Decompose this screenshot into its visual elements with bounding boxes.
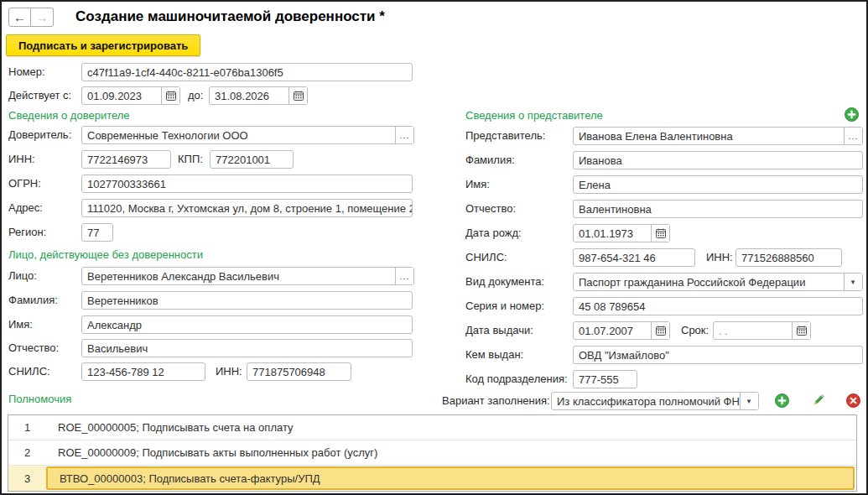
principal-address-input[interactable]: 111020, Москва г, Ухтомская ул, дом 8, с… [81, 199, 413, 217]
rep-issue-date-input[interactable]: 01.07.2007 [573, 321, 670, 340]
rep-middlename-input[interactable]: Валентиновна [573, 200, 863, 218]
signer-snils-input[interactable]: 123-456-789 12 [81, 362, 205, 381]
history-nav: ← → [8, 8, 54, 27]
rep-birthdate-value: 01.01.1973 [574, 225, 651, 242]
calendar-button[interactable] [792, 322, 810, 339]
principal-section-title: Сведения о доверителе [8, 109, 130, 122]
calendar-button[interactable] [288, 87, 307, 104]
rep-middlename-value: Валентиновна [574, 201, 862, 217]
sign-and-register-button[interactable]: Подписать и зарегистрировать [6, 34, 200, 56]
dropdown-button[interactable]: ▾ [740, 393, 758, 409]
power-row-number: 2 [8, 440, 46, 465]
signer-inn-label: ИНН: [216, 362, 242, 381]
representative-label: Представитель: [465, 127, 545, 145]
ellipsis-icon: ... [848, 131, 858, 141]
page-title: Создание машиночитаемой доверенности * [75, 8, 385, 25]
add-power-button[interactable] [775, 393, 789, 408]
signer-person-value: Веретенников Александр Васильевич [82, 268, 395, 284]
number-value: c47f11a9-1cf4-440c-8211-e076ba1306f5 [82, 64, 412, 81]
calendar-button[interactable] [651, 225, 669, 242]
principal-inn-label: ИНН: [8, 150, 35, 169]
signer-inn-input[interactable]: 771875706948 [247, 362, 351, 381]
rep-series-value: 45 08 789654 [574, 298, 862, 315]
calendar-button[interactable] [161, 87, 179, 104]
pencil-icon [811, 393, 825, 408]
choose-button[interactable]: ... [395, 268, 413, 284]
power-row-selected[interactable]: 3 ВТВО_00000003; Подписывать счета-факту… [8, 466, 856, 491]
rep-doc-kind-select[interactable]: Паспорт гражданина Российской Федерации … [573, 273, 863, 291]
principal-region-input[interactable]: 77 [81, 223, 113, 242]
principal-ogrn-label: ОГРН: [8, 175, 41, 193]
rep-issued-by-label: Кем выдан: [465, 346, 523, 364]
delete-x-icon [846, 393, 860, 408]
rep-term-input[interactable]: . . [713, 321, 811, 340]
choose-button[interactable]: ... [844, 128, 862, 144]
fill-variant-label: Вариант заполнения: [442, 392, 550, 410]
calendar-icon [294, 91, 304, 101]
valid-from-value: 01.09.2023 [82, 87, 161, 104]
signer-firstname-value: Александр [82, 316, 412, 333]
rep-birthdate-input[interactable]: 01.01.1973 [573, 224, 670, 242]
rep-snils-input[interactable]: 987-654-321 46 [573, 248, 695, 267]
signer-snils-label: СНИЛС: [8, 362, 50, 381]
principal-kpp-label: КПП: [178, 150, 203, 169]
dropdown-button[interactable]: ▾ [844, 274, 862, 290]
signer-firstname-input[interactable]: Александр [81, 315, 413, 334]
mchd-create-window: ← → Создание машиночитаемой доверенности… [0, 0, 868, 495]
rep-dept-code-input[interactable]: 777-555 [573, 370, 637, 388]
signer-lastname-input[interactable]: Веретенников [81, 291, 413, 310]
principal-input[interactable]: Современные Технологии ООО ... [81, 126, 414, 144]
signer-inn-value: 771875706948 [247, 363, 351, 380]
power-row-number: 3 [8, 466, 46, 491]
rep-lastname-label: Фамилия: [465, 151, 515, 169]
principal-ogrn-input[interactable]: 1027700333661 [81, 175, 413, 193]
rep-firstname-value: Елена [574, 176, 862, 193]
calendar-icon [656, 228, 666, 238]
forward-button[interactable]: → [31, 8, 54, 27]
calendar-button[interactable] [651, 322, 669, 339]
rep-series-label: Серия и номер: [465, 297, 544, 315]
signer-person-input[interactable]: Веретенников Александр Васильевич ... [81, 267, 414, 285]
rep-inn-value: 771526888560 [736, 249, 841, 266]
calendar-icon [797, 326, 807, 336]
add-representative-button[interactable] [845, 107, 859, 122]
rep-issue-date-value: 01.07.2007 [574, 322, 651, 339]
power-row[interactable]: 2 ROE_00000009; Подписывать акты выполне… [8, 440, 856, 466]
choose-button[interactable]: ... [395, 127, 413, 143]
valid-from-input[interactable]: 01.09.2023 [81, 86, 180, 105]
calendar-icon [166, 91, 176, 101]
valid-to-input[interactable]: 31.08.2026 [209, 86, 308, 105]
fill-variant-select[interactable]: Из классификатора полномочий ФНС ▾ [551, 392, 759, 410]
signer-middlename-input[interactable]: Васильевич [81, 339, 413, 357]
signer-lastname-label: Фамилия: [8, 291, 58, 310]
representative-section-title: Сведения о представителе [465, 109, 603, 122]
valid-to-value: 31.08.2026 [210, 87, 288, 104]
principal-address-label: Адрес: [8, 199, 43, 217]
back-button[interactable]: ← [8, 8, 31, 27]
principal-value: Современные Технологии ООО [82, 127, 395, 143]
number-label: Номер: [8, 63, 45, 81]
signer-snils-value: 123-456-789 12 [82, 363, 205, 380]
principal-address-value: 111020, Москва г, Ухтомская ул, дом 8, с… [82, 200, 412, 216]
rep-issued-by-input[interactable]: ОВД "Измайлово" [573, 346, 863, 364]
power-row-number: 1 [8, 415, 46, 440]
calendar-icon [656, 326, 666, 336]
signer-lastname-value: Веретенников [82, 292, 412, 309]
power-row[interactable]: 1 ROE_00000005; Подписывать счета на опл… [8, 415, 856, 440]
edit-power-button[interactable] [811, 393, 825, 408]
principal-label: Доверитель: [8, 126, 71, 144]
rep-lastname-input[interactable]: Иванова [573, 151, 863, 169]
principal-inn-input[interactable]: 7722146973 [81, 150, 171, 169]
chevron-down-icon: ▾ [747, 397, 752, 405]
representative-input[interactable]: Иванова Елена Валентиновна ... [573, 127, 863, 145]
rep-inn-input[interactable]: 771526888560 [735, 248, 842, 267]
principal-kpp-input[interactable]: 772201001 [210, 150, 294, 169]
principal-ogrn-value: 1027700333661 [82, 175, 412, 192]
delete-power-button[interactable] [846, 393, 860, 408]
powers-table: 1 ROE_00000005; Подписывать счета на опл… [8, 414, 857, 492]
rep-firstname-input[interactable]: Елена [573, 175, 863, 194]
number-input[interactable]: c47f11a9-1cf4-440c-8211-e076ba1306f5 [81, 63, 413, 81]
plus-icon [845, 107, 859, 122]
plus-icon [775, 393, 789, 408]
rep-series-input[interactable]: 45 08 789654 [573, 297, 863, 315]
